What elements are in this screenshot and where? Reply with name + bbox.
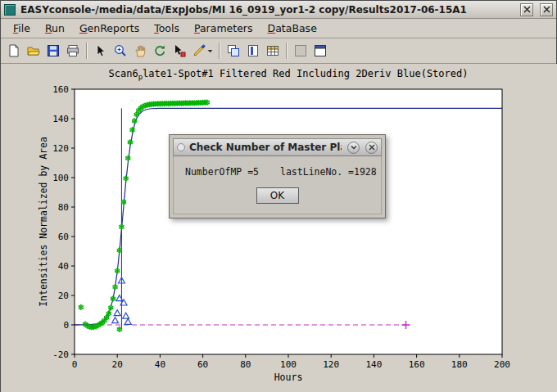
svg-text:40: 40 [58,261,69,272]
svg-text:180: 180 [451,359,468,370]
colorbar-button[interactable] [243,41,263,61]
svg-text:100: 100 [52,173,69,183]
save-icon [46,43,61,58]
chevron-down-icon [351,144,357,151]
svg-text:140: 140 [365,359,382,370]
new-document-button[interactable] [4,41,24,61]
dialog-minimize-button[interactable] [347,142,360,154]
blank-swatch-icon [293,43,308,58]
app-window: EASYconsole-/media/data/ExpJobs/MI 16_09… [0,0,557,392]
cursor-tool-button[interactable] [91,41,111,61]
svg-text:60: 60 [197,359,208,370]
check-number-dialog: Check Number of Master Pla NumberOfMP =5… [169,134,386,219]
dialog-message-left: NumberOfMP =5 [185,166,259,178]
svg-text:100: 100 [280,359,297,370]
svg-text:40: 40 [155,359,165,370]
new-document-icon [7,43,21,58]
toolbar-separator [219,43,220,59]
menu-file[interactable]: File [6,20,38,37]
data-cursor-icon [172,43,187,58]
colorbar-icon [246,43,260,58]
svg-text:0: 0 [72,359,78,370]
svg-text:160: 160 [52,84,69,95]
blank-swatch-button[interactable] [291,41,310,61]
svg-text:80: 80 [240,359,251,370]
dialog-body: NumberOfMP =5 lastLineNo. =1928 OK [173,156,382,214]
toolbar-separator [286,43,288,59]
table-icon [265,43,280,58]
svg-text:Hours: Hours [274,372,303,383]
figure-area: 020406080100120140160180200-200204060801… [1,64,557,392]
copy-figure-icon [226,43,241,58]
svg-text:Scan6plate1-Spot#1 Filtered Re: Scan6plate1-Spot#1 Filtered Red Includin… [109,68,469,81]
svg-text:60: 60 [58,232,69,242]
svg-text:-20: -20 [52,349,69,360]
svg-text:0: 0 [63,320,69,331]
dialog-title: Check Number of Master Pla [189,142,342,153]
data-cursor-tool-button[interactable] [170,41,189,61]
svg-text:80: 80 [58,202,69,213]
brush-icon [192,43,206,58]
open-folder-button[interactable] [24,41,43,61]
maximize-icon [523,6,531,13]
menu-tools[interactable]: Tools [147,20,187,37]
cursor-icon [93,43,108,58]
zoom-in-tool-button[interactable] [111,41,130,61]
window-title: EASYconsole-/media/data/ExpJobs/MI 16_09… [20,4,514,16]
svg-text:200: 200 [494,359,510,370]
menu-parameters[interactable]: Parameters [187,20,260,37]
svg-text:Intensities Normalized by Area: Intensities Normalized by Area [38,137,49,307]
dialog-message: NumberOfMP =5 lastLineNo. =1928 [185,166,369,178]
maximize-button[interactable] [520,3,533,16]
window-frame-button[interactable] [310,41,330,61]
toolbar-separator [86,43,88,59]
table-button[interactable] [263,41,283,61]
brush-tool-button[interactable] [189,41,215,61]
app-icon [4,4,16,16]
print-button[interactable] [63,41,83,61]
svg-text:140: 140 [52,114,69,124]
pan-hand-icon [133,43,147,58]
close-button[interactable] [540,3,553,16]
save-button[interactable] [43,41,63,61]
dialog-titlebar[interactable]: Check Number of Master Pla [173,138,382,156]
svg-text:160: 160 [409,359,425,370]
brush-dropdown-icon [207,43,213,58]
close-icon [543,6,550,13]
rotate-icon [152,43,167,58]
dialog-close-button[interactable] [365,142,378,154]
ok-button[interactable]: OK [256,187,299,204]
menu-database[interactable]: DataBase [260,20,324,37]
copy-figure-button[interactable] [224,41,243,61]
pan-hand-tool-button[interactable] [130,41,150,61]
menu-bar: File Run GenReports Tools Parameters Dat… [1,19,556,38]
menu-run[interactable]: Run [38,20,72,37]
toolbar [1,38,556,64]
svg-text:20: 20 [58,291,69,301]
svg-text:20: 20 [112,359,123,370]
svg-text:120: 120 [52,143,69,154]
menu-genreports[interactable]: GenReports [72,20,147,37]
print-icon [66,43,80,58]
zoom-in-icon [113,43,128,58]
window-titlebar[interactable]: EASYconsole-/media/data/ExpJobs/MI 16_09… [1,1,556,19]
chart-canvas[interactable]: 020406080100120140160180200-200204060801… [1,64,557,392]
svg-text:120: 120 [323,359,339,370]
dialog-icon [177,143,185,151]
window-frame-icon [313,43,328,58]
open-folder-icon [26,43,41,58]
close-icon [369,144,375,151]
dialog-message-right: lastLineNo. =1928 [280,166,377,178]
rotate-tool-button[interactable] [150,41,170,61]
